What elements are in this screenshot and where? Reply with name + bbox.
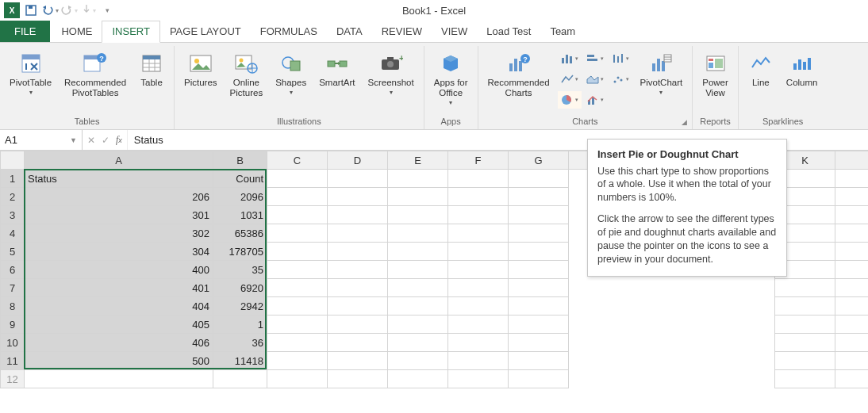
cell[interactable]: 35 <box>213 261 267 279</box>
cell[interactable]: 401 <box>25 279 213 297</box>
cell[interactable] <box>388 206 448 224</box>
cell[interactable] <box>509 243 569 261</box>
cell[interactable] <box>835 279 869 297</box>
cell[interactable] <box>448 297 509 315</box>
cell[interactable] <box>509 279 569 297</box>
row-header[interactable]: 7 <box>1 279 25 297</box>
cell[interactable] <box>267 224 328 243</box>
cell[interactable] <box>388 279 448 297</box>
cell[interactable] <box>775 334 835 352</box>
col-header-e[interactable]: E <box>388 151 448 170</box>
cell[interactable] <box>388 224 448 243</box>
cell[interactable] <box>388 170 448 188</box>
col-header-b[interactable]: B <box>213 151 267 170</box>
cell[interactable]: 2096 <box>213 188 267 206</box>
pivottable-button[interactable]: PivotTable▾ <box>5 48 56 96</box>
cell[interactable] <box>835 334 869 352</box>
cell[interactable]: Status <box>25 170 213 188</box>
pie-chart-button[interactable]: ▾ <box>558 91 582 109</box>
cell[interactable] <box>388 370 448 388</box>
cell[interactable] <box>448 315 509 334</box>
tab-file[interactable]: FILE <box>0 21 50 42</box>
table-button[interactable]: Table <box>134 48 169 88</box>
sparkline-line-button[interactable]: Line <box>743 48 778 88</box>
bar-chart-button[interactable]: ▾ <box>583 50 607 67</box>
col-header-a[interactable]: A <box>25 151 213 170</box>
cell[interactable]: 405 <box>25 315 213 334</box>
cell[interactable] <box>835 243 869 261</box>
cell[interactable] <box>835 170 869 188</box>
row-header[interactable]: 4 <box>1 224 25 243</box>
cell[interactable] <box>267 370 328 388</box>
cell[interactable] <box>448 243 509 261</box>
cell[interactable] <box>569 334 775 352</box>
shapes-button[interactable]: Shapes▾ <box>271 48 311 96</box>
cancel-icon[interactable]: ✕ <box>87 135 95 146</box>
cell[interactable] <box>448 352 509 370</box>
cell[interactable] <box>775 370 835 388</box>
cell[interactable] <box>388 334 448 352</box>
recommended-charts-button[interactable]: ? Recommended Charts <box>483 48 555 98</box>
cell[interactable] <box>448 188 509 206</box>
cell[interactable] <box>448 279 509 297</box>
cell[interactable] <box>267 334 328 352</box>
cell[interactable]: 178705 <box>213 243 267 261</box>
cell[interactable] <box>328 188 388 206</box>
touch-mode-button[interactable]: ▾ <box>79 2 97 19</box>
cell[interactable] <box>448 261 509 279</box>
cell[interactable] <box>509 370 569 388</box>
row-header[interactable]: 3 <box>1 206 25 224</box>
cell[interactable] <box>775 315 835 334</box>
cell[interactable] <box>835 188 869 206</box>
cell[interactable] <box>835 206 869 224</box>
cell[interactable] <box>835 352 869 370</box>
cell[interactable] <box>328 279 388 297</box>
cell[interactable]: 302 <box>25 224 213 243</box>
cell[interactable]: 301 <box>25 206 213 224</box>
line-chart-button[interactable]: ▾ <box>558 71 582 88</box>
cell[interactable]: 1031 <box>213 206 267 224</box>
col-header-blank[interactable] <box>835 151 869 170</box>
col-header-c[interactable]: C <box>267 151 328 170</box>
cell[interactable] <box>388 261 448 279</box>
cell[interactable]: 6920 <box>213 279 267 297</box>
cell[interactable] <box>328 261 388 279</box>
pivotchart-button[interactable]: PivotChart▾ <box>636 48 688 96</box>
cell[interactable] <box>328 243 388 261</box>
save-icon[interactable] <box>22 2 40 19</box>
cell[interactable] <box>509 297 569 315</box>
cell[interactable] <box>509 261 569 279</box>
cell[interactable] <box>509 224 569 243</box>
cell[interactable] <box>267 261 328 279</box>
cell[interactable] <box>388 297 448 315</box>
cell[interactable] <box>388 188 448 206</box>
row-header[interactable]: 11 <box>1 352 25 370</box>
cell[interactable] <box>509 352 569 370</box>
cell[interactable] <box>388 243 448 261</box>
cell[interactable]: Count <box>213 170 267 188</box>
cell[interactable]: 36 <box>213 334 267 352</box>
cell[interactable] <box>328 224 388 243</box>
cell[interactable] <box>509 334 569 352</box>
cell[interactable]: 406 <box>25 334 213 352</box>
tab-view[interactable]: VIEW <box>432 21 477 42</box>
area-chart-button[interactable]: ▾ <box>583 71 607 88</box>
cell[interactable] <box>569 279 775 297</box>
cell[interactable] <box>775 297 835 315</box>
cell[interactable] <box>328 315 388 334</box>
cell[interactable] <box>267 170 328 188</box>
redo-button[interactable]: ▾ <box>60 2 78 19</box>
col-header-f[interactable]: F <box>448 151 509 170</box>
cell[interactable] <box>267 297 328 315</box>
tab-load-test[interactable]: Load Test <box>477 21 540 42</box>
apps-for-office-button[interactable]: Apps for Office ▾ <box>429 48 473 106</box>
row-header[interactable]: 10 <box>1 334 25 352</box>
enter-icon[interactable]: ✓ <box>102 135 109 146</box>
stock-chart-button[interactable]: ▾ <box>609 50 632 67</box>
cell[interactable]: 2942 <box>213 297 267 315</box>
cell[interactable] <box>509 206 569 224</box>
pictures-button[interactable]: Pictures <box>179 48 222 88</box>
sparkline-column-button[interactable]: Column <box>782 48 823 88</box>
cell[interactable]: 206 <box>25 188 213 206</box>
fx-icon[interactable]: fx <box>116 134 122 146</box>
